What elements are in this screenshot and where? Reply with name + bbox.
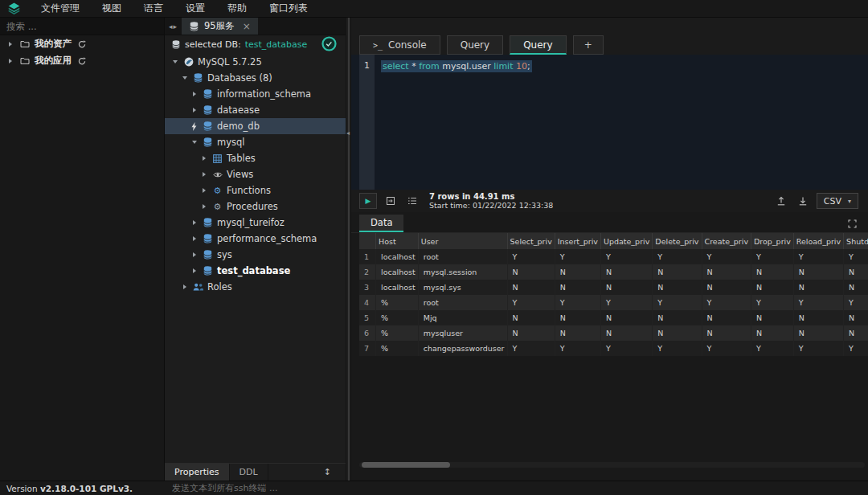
- run-query-button[interactable]: ▶: [359, 193, 377, 209]
- table-row[interactable]: 1localhostrootYYYYYYYY: [359, 249, 868, 264]
- table-row[interactable]: 4%rootYYYYYYYY: [359, 295, 868, 310]
- column-header[interactable]: [359, 233, 376, 249]
- chevron-right-icon[interactable]: [190, 108, 199, 112]
- tree-item-sys[interactable]: sys: [165, 247, 346, 263]
- column-header[interactable]: Select_priv: [507, 233, 555, 249]
- editor-code-area[interactable]: select * from mysql.user limit 10;: [375, 55, 868, 190]
- sql-editor[interactable]: 1 select * from mysql.user limit 10;: [351, 55, 868, 190]
- tab-ddl[interactable]: DDL: [230, 464, 268, 481]
- tab-properties[interactable]: Properties: [165, 464, 230, 481]
- database-icon: [189, 22, 199, 31]
- menu-item[interactable]: 窗口列表: [258, 0, 319, 17]
- sql-token: ;: [527, 61, 530, 72]
- tree-item-procedures[interactable]: ⚙Procedures: [165, 198, 346, 215]
- column-header[interactable]: Host: [376, 233, 419, 249]
- sidebar-item[interactable]: 我的应用: [0, 52, 164, 69]
- selected-db-value[interactable]: test_database: [245, 39, 308, 50]
- chevron-down-icon[interactable]: [190, 141, 199, 144]
- chevron-right-icon[interactable]: [190, 220, 199, 225]
- result-list-button[interactable]: [404, 193, 420, 209]
- scrollbar-track[interactable]: [348, 18, 350, 481]
- export-result-button[interactable]: [383, 193, 399, 209]
- menu-item[interactable]: 帮助: [216, 0, 258, 17]
- tree-item-mysql[interactable]: mysql: [165, 134, 346, 150]
- chevron-right-icon[interactable]: [190, 92, 199, 96]
- table-row[interactable]: 7%changepassworduserYYYYYYYY: [359, 341, 868, 356]
- chevron-right-icon[interactable]: [6, 42, 14, 47]
- chevron-right-icon[interactable]: [180, 284, 189, 289]
- column-header[interactable]: Shutdown: [844, 233, 868, 249]
- table-row[interactable]: 5%MjqNNNNNNNN: [359, 310, 868, 325]
- tree-item-dataease[interactable]: dataease: [165, 102, 346, 118]
- database-icon: [203, 89, 213, 99]
- collapse-handle-icon[interactable]: ◂: [346, 130, 350, 137]
- scrollbar-thumb[interactable]: [362, 462, 450, 468]
- splitter[interactable]: ◂: [346, 18, 351, 481]
- table-cell: N: [793, 325, 843, 341]
- column-header[interactable]: Update_priv: [600, 233, 652, 249]
- query-tab-label: Console: [388, 39, 427, 51]
- refresh-icon[interactable]: [76, 57, 87, 65]
- chevron-right-icon[interactable]: [6, 59, 14, 63]
- tree-item-views[interactable]: Views: [165, 166, 346, 182]
- close-tab-icon[interactable]: ×: [243, 21, 251, 32]
- tree-item-tables[interactable]: Tables: [165, 150, 346, 166]
- tree-item-demo-db[interactable]: demo_db: [165, 118, 346, 134]
- new-query-tab-button[interactable]: +: [573, 35, 604, 55]
- tree-item-label: Views: [227, 169, 253, 180]
- tree-item-databases-8-[interactable]: Databases (8): [165, 70, 346, 86]
- menu-item[interactable]: 设置: [174, 0, 216, 17]
- refresh-icon[interactable]: [76, 40, 87, 48]
- chevron-right-icon[interactable]: [190, 268, 199, 273]
- tree-item-mysql-tureifoz[interactable]: mysql_tureifoz: [165, 215, 346, 231]
- expand-result-icon[interactable]: [848, 219, 857, 228]
- horizontal-scrollbar[interactable]: [359, 462, 865, 468]
- table-cell: Y: [555, 295, 600, 310]
- sidebar-item[interactable]: 我的资产: [0, 35, 164, 52]
- session-tab[interactable]: 95服务 ×: [182, 18, 258, 35]
- chevron-right-icon[interactable]: [190, 236, 199, 241]
- row-number: 2: [359, 264, 376, 280]
- panel-resize-icon[interactable]: ↕: [324, 464, 331, 481]
- column-header[interactable]: Create_priv: [702, 233, 751, 249]
- tree-item-roles[interactable]: Roles: [165, 279, 346, 295]
- table-cell: N: [751, 264, 794, 280]
- query-tab-query[interactable]: Query: [447, 35, 503, 55]
- menu-item[interactable]: 语言: [133, 0, 174, 17]
- menu-item[interactable]: 文件管理: [30, 0, 91, 17]
- chevron-down-icon[interactable]: [170, 60, 179, 63]
- chevron-right-icon[interactable]: [199, 204, 208, 209]
- query-tab-query[interactable]: Query: [510, 35, 566, 55]
- row-number: 4: [359, 295, 376, 310]
- chevron-right-icon[interactable]: [199, 172, 208, 177]
- column-header[interactable]: Reload_priv: [793, 233, 843, 249]
- chevron-right-icon[interactable]: [199, 188, 208, 193]
- tab-data[interactable]: Data: [359, 215, 403, 232]
- ssh-broadcast-input[interactable]: [165, 483, 868, 493]
- tree-item-test-database[interactable]: test_database: [165, 263, 346, 279]
- search-input[interactable]: [0, 18, 164, 35]
- menu-item[interactable]: 视图: [91, 0, 133, 17]
- table-row[interactable]: 6%mysqluserNNNNNNNN: [359, 325, 868, 341]
- chevron-right-icon[interactable]: [190, 252, 199, 257]
- download-button[interactable]: [795, 193, 811, 209]
- chevron-down-icon[interactable]: [180, 76, 189, 80]
- table-row[interactable]: 2localhostmysql.sessionNNNNNNNN: [359, 264, 868, 280]
- database-tree: MySQL 5.7.25Databases (8)information_sch…: [165, 53, 346, 463]
- column-header[interactable]: Insert_priv: [555, 233, 600, 249]
- query-tab-console[interactable]: >_Console: [359, 35, 440, 55]
- table-row[interactable]: 3localhostmysql.sysNNNNNNNN: [359, 280, 868, 295]
- chevron-right-icon[interactable]: [199, 156, 208, 161]
- tree-item-performance-schema[interactable]: performance_schema: [165, 231, 346, 247]
- connection-status-badge[interactable]: [321, 36, 337, 54]
- table-cell: Y: [600, 249, 652, 264]
- tree-item-mysql-5-7-25[interactable]: MySQL 5.7.25: [165, 54, 346, 70]
- column-header[interactable]: User: [418, 233, 507, 249]
- csv-format-select[interactable]: CSV ▾: [817, 193, 858, 209]
- tree-item-information-schema[interactable]: information_schema: [165, 86, 346, 102]
- import-button[interactable]: [773, 193, 789, 209]
- tab-scroll-arrows-icon[interactable]: ◂▸: [165, 18, 182, 35]
- tree-item-functions[interactable]: ⚙Functions: [165, 182, 346, 198]
- column-header[interactable]: Drop_priv: [751, 233, 794, 249]
- column-header[interactable]: Delete_priv: [653, 233, 702, 249]
